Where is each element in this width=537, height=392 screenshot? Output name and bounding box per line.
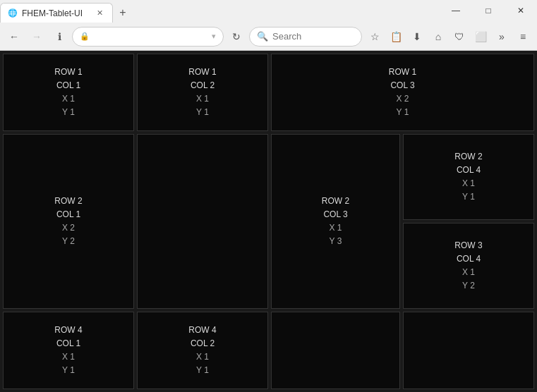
r1c3-col-label: COL 3	[390, 79, 414, 92]
address-dropdown-icon: ▾	[212, 32, 216, 41]
browser-tab[interactable]: 🌐 FHEM-Tablet-UI ✕	[0, 3, 113, 23]
grid-row-2: ROW 2 COL 1 X 2 Y 2 ROW 2 COL 3 X 1 Y 3 …	[3, 134, 534, 309]
grid-cell-r2c4t: ROW 2 COL 4 X 1 Y 1	[403, 134, 534, 220]
search-bar[interactable]: 🔍	[249, 27, 362, 47]
tab-label: FHEM-Tablet-UI	[22, 8, 83, 18]
home-button[interactable]: ⌂	[428, 27, 448, 47]
menu-button[interactable]: ≡	[513, 27, 533, 47]
r3c1-row-label: ROW 4	[54, 324, 82, 337]
r2c3-y-label: Y 3	[330, 235, 342, 248]
r1c1-row-label: ROW 1	[54, 66, 82, 79]
r2c1-x-label: X 2	[62, 221, 75, 235]
r2c3-x-label: X 1	[329, 221, 342, 235]
r1c3-y-label: Y 1	[397, 106, 409, 119]
window-frame: 🌐 FHEM-Tablet-UI ✕ + — □ ✕ ← → ℹ 🔒 ▾ ↻ 🔍…	[0, 0, 537, 392]
new-tab-button[interactable]: +	[113, 3, 133, 23]
r1c1-x-label: X 1	[62, 92, 75, 106]
bookmark-star-button[interactable]: ☆	[365, 27, 385, 47]
maximize-button[interactable]: □	[472, 0, 505, 21]
r1c3-row-label: ROW 1	[389, 66, 416, 79]
grid-cell-r2c4b: ROW 3 COL 4 X 1 Y 2	[403, 223, 534, 309]
grid-cell-r3c2: ROW 4 COL 2 X 1 Y 1	[137, 312, 268, 389]
grid-cell-r2c1: ROW 2 COL 1 X 2 Y 2	[3, 134, 134, 309]
r3c2-y-label: Y 1	[196, 364, 209, 377]
toolbar-icons: ☆ 📋 ⬇ ⌂ 🛡 ⬜ » ≡	[365, 27, 533, 47]
address-input[interactable]	[94, 31, 207, 42]
grid-cell-r2c2	[137, 134, 268, 309]
r2c4t-col-label: COL 4	[457, 164, 481, 177]
grid-row-3: ROW 4 COL 1 X 1 Y 1 ROW 4 COL 2 X 1 Y 1	[3, 312, 534, 389]
r1c2-row-label: ROW 1	[188, 66, 216, 79]
grid-row-1: ROW 1 COL 1 X 1 Y 1 ROW 1 COL 2 X 1 Y 1 …	[3, 54, 534, 131]
download-button[interactable]: ⬇	[407, 27, 427, 47]
reading-list-button[interactable]: 📋	[386, 27, 406, 47]
shield-button[interactable]: 🛡	[449, 27, 469, 47]
more-tools-button[interactable]: »	[492, 27, 512, 47]
r2c4b-x-label: X 1	[462, 266, 475, 279]
grid-cell-r3c4	[403, 312, 534, 389]
screen-button[interactable]: ⬜	[471, 27, 490, 47]
tab-close-button[interactable]: ✕	[94, 8, 105, 19]
grid-cell-r3c3	[271, 312, 400, 389]
r3c1-y-label: Y 1	[62, 364, 75, 377]
reload-button[interactable]: ↻	[227, 27, 246, 47]
title-bar: 🌐 FHEM-Tablet-UI ✕ + — □ ✕	[0, 0, 537, 23]
r2c4b-row-label: ROW 3	[454, 239, 482, 252]
r3c1-x-label: X 1	[62, 350, 75, 364]
r2c4t-row-label: ROW 2	[454, 150, 482, 164]
r1c2-x-label: X 1	[196, 92, 209, 106]
r1c3-x-label: X 2	[396, 92, 409, 106]
grid-cell-r1c1: ROW 1 COL 1 X 1 Y 1	[3, 54, 134, 131]
r3c2-x-label: X 1	[196, 350, 209, 364]
minimize-button[interactable]: —	[440, 0, 472, 21]
close-button[interactable]: ✕	[505, 0, 537, 21]
r3c1-col-label: COL 1	[56, 337, 80, 350]
r2c3-col-label: COL 3	[323, 208, 347, 221]
r2c4t-x-label: X 1	[462, 177, 475, 190]
r1c1-col-label: COL 1	[56, 79, 80, 92]
r2c3-row-label: ROW 2	[322, 195, 349, 208]
forward-button[interactable]: →	[27, 27, 47, 47]
back-button[interactable]: ←	[4, 27, 24, 47]
r2c1-y-label: Y 2	[62, 235, 75, 248]
r2c4b-y-label: Y 2	[462, 279, 475, 293]
grid-cell-r2c3: ROW 2 COL 3 X 1 Y 3	[271, 134, 400, 309]
r2c1-col-label: COL 1	[56, 208, 80, 221]
r3c2-row-label: ROW 4	[188, 324, 216, 337]
r1c2-y-label: Y 1	[196, 106, 209, 119]
content-area: ROW 1 COL 1 X 1 Y 1 ROW 1 COL 2 X 1 Y 1 …	[0, 51, 537, 392]
address-bar[interactable]: 🔒 ▾	[72, 27, 224, 47]
r2c4b-col-label: COL 4	[457, 252, 481, 266]
grid-col4-wrapper: ROW 2 COL 4 X 1 Y 1 ROW 3 COL 4 X 1 Y 2	[403, 134, 534, 309]
r1c1-y-label: Y 1	[62, 106, 75, 119]
grid-cell-r1c2: ROW 1 COL 2 X 1 Y 1	[137, 54, 268, 131]
r2c4t-y-label: Y 1	[462, 190, 475, 204]
tab-favicon: 🌐	[8, 8, 18, 18]
r3c2-col-label: COL 2	[191, 337, 215, 350]
lock-icon: 🔒	[80, 32, 90, 41]
grid-cell-r1c3: ROW 1 COL 3 X 2 Y 1	[271, 54, 534, 131]
search-icon: 🔍	[257, 31, 268, 42]
r2c1-row-label: ROW 2	[54, 195, 82, 208]
grid-cell-r3c1: ROW 4 COL 1 X 1 Y 1	[3, 312, 134, 389]
r1c2-col-label: COL 2	[191, 79, 215, 92]
nav-bar: ← → ℹ 🔒 ▾ ↻ 🔍 ☆ 📋 ⬇ ⌂ 🛡 ⬜ » ≡	[0, 23, 537, 51]
info-button[interactable]: ℹ	[49, 27, 69, 47]
